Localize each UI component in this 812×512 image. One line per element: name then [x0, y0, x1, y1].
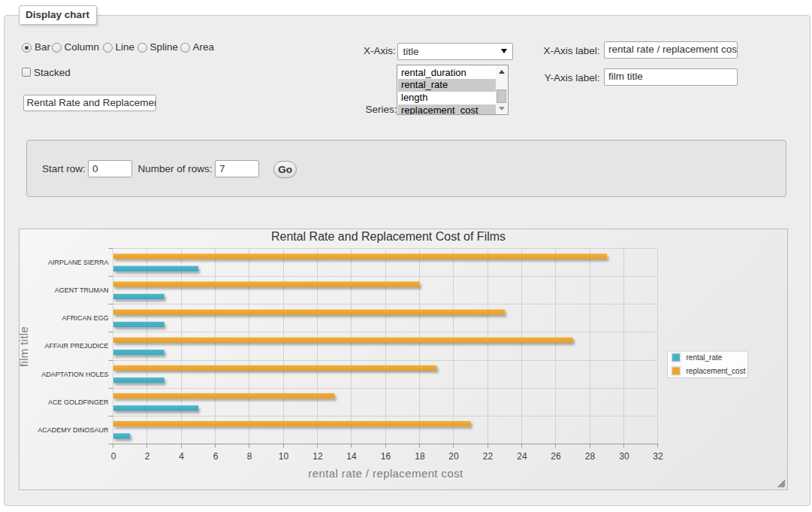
- svg-text:ACE GOLDFINGER: ACE GOLDFINGER: [47, 398, 108, 406]
- svg-text:ACADEMY DINOSAUR: ACADEMY DINOSAUR: [38, 426, 109, 434]
- svg-text:replacement_cost: replacement_cost: [686, 367, 745, 375]
- svg-text:AIRPLANE SIERRA: AIRPLANE SIERRA: [47, 259, 108, 266]
- svg-text:AFRICAN EGG: AFRICAN EGG: [62, 314, 108, 322]
- svg-text:6: 6: [213, 451, 218, 462]
- svg-text:32: 32: [653, 451, 663, 462]
- svg-text:26: 26: [551, 451, 561, 462]
- svg-text:2: 2: [144, 451, 149, 462]
- svg-text:16: 16: [380, 451, 391, 462]
- svg-text:AFFAIR PREJUDICE: AFFAIR PREJUDICE: [44, 342, 108, 350]
- svg-text:18: 18: [415, 451, 425, 462]
- svg-text:12: 12: [312, 451, 323, 462]
- svg-text:rental_rate: rental_rate: [686, 353, 722, 362]
- svg-text:22: 22: [482, 451, 493, 462]
- svg-text:30: 30: [619, 451, 629, 462]
- svg-text:0: 0: [110, 451, 116, 462]
- svg-text:20: 20: [448, 451, 459, 462]
- svg-text:24: 24: [517, 451, 527, 462]
- svg-text:14: 14: [346, 451, 357, 462]
- svg-text:film title: film title: [19, 326, 30, 367]
- svg-text:ADAPTATION HOLES: ADAPTATION HOLES: [41, 371, 108, 378]
- svg-text:8: 8: [246, 451, 252, 462]
- svg-text:rental rate / replacement cost: rental rate / replacement cost: [308, 467, 463, 480]
- svg-text:28: 28: [584, 451, 595, 462]
- svg-text:Rental Rate and Replacement Co: Rental Rate and Replacement Cost of Film…: [270, 230, 505, 243]
- svg-text:AGENT TRUMAN: AGENT TRUMAN: [54, 286, 108, 294]
- svg-text:10: 10: [278, 451, 288, 462]
- svg-text:4: 4: [179, 451, 184, 462]
